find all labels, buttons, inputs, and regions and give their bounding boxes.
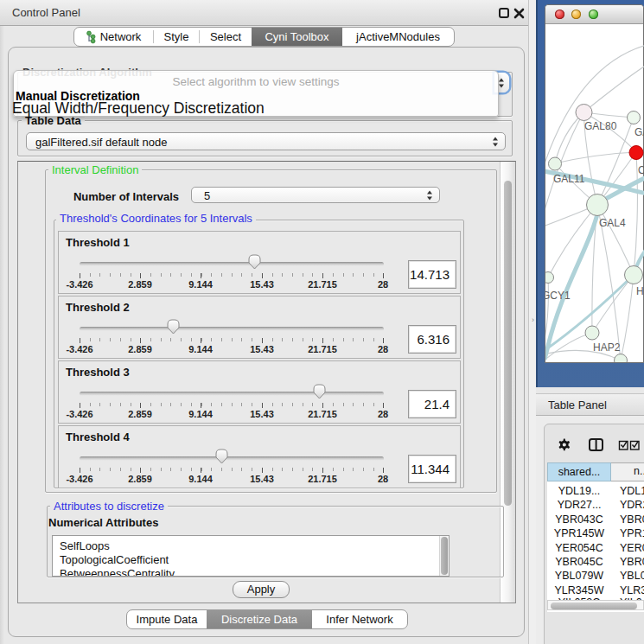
svg-text:GCY1: GCY1 [545, 290, 571, 302]
svg-text:GAL80: GAL80 [584, 120, 617, 132]
svg-text:C: C [638, 164, 644, 176]
svg-text:H: H [636, 285, 644, 297]
svg-text:GAL4: GAL4 [599, 217, 626, 229]
svg-text:HAP2: HAP2 [593, 341, 621, 354]
svg-text:GA: GA [634, 126, 644, 138]
svg-text:GAL11: GAL11 [553, 173, 585, 185]
